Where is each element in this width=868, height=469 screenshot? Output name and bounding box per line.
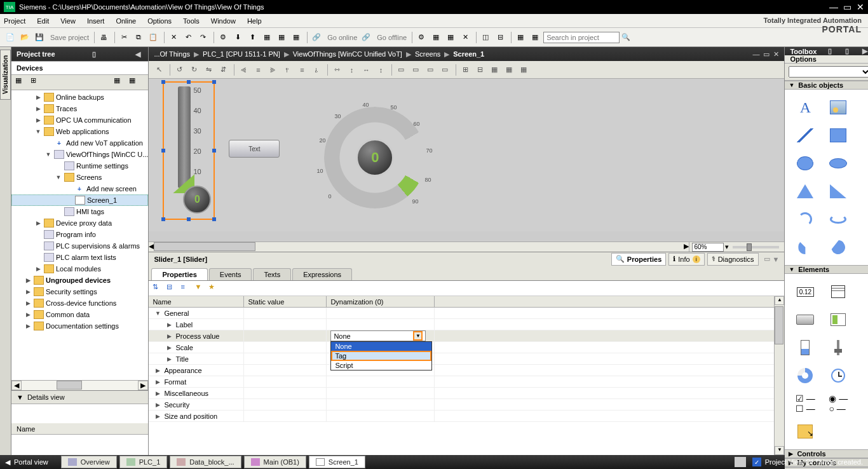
visualization-tab[interactable]: Visualization xyxy=(0,50,11,100)
menu-edit[interactable]: Edit xyxy=(37,17,49,25)
et-order-1[interactable]: ▭ xyxy=(395,64,407,76)
menu-online[interactable]: Online xyxy=(116,17,136,25)
tree-hscroll[interactable]: ◀ ▶ xyxy=(11,380,148,390)
expand-icon[interactable]: ▶ xyxy=(34,105,42,112)
upload-button[interactable]: ⬆ xyxy=(246,31,259,44)
chord-object[interactable] xyxy=(823,234,853,260)
expand-icon[interactable]: ▶ xyxy=(24,277,32,283)
delete-button[interactable]: ✕ xyxy=(167,31,180,44)
prop-row-appearance[interactable]: ▶Appearance xyxy=(149,365,774,376)
zoom-control[interactable]: ▾ xyxy=(689,242,784,252)
props-float-icon[interactable]: ▭ xyxy=(764,255,770,263)
prop-expand-icon[interactable]: ▶ xyxy=(154,379,161,385)
toolbox-filter-select[interactable] xyxy=(789,66,868,78)
prop-row-miscellaneous[interactable]: ▶Miscellaneous xyxy=(149,388,774,399)
tree-item-security-settings[interactable]: ▶Security settings xyxy=(11,286,148,297)
prop-expand-icon[interactable]: ▶ xyxy=(154,413,161,419)
et-dist-v[interactable]: ↕ xyxy=(345,64,358,76)
et-flip-v[interactable]: ⇵ xyxy=(217,64,229,76)
text-object[interactable]: A xyxy=(790,95,820,120)
prop-expand-icon[interactable]: ▶ xyxy=(154,367,161,374)
bc-1[interactable]: PLC_1 [CPU 1511-1 PN] xyxy=(203,50,280,58)
go-offline-icon[interactable]: 🔗 xyxy=(360,31,372,44)
canvas-scroll-thumb[interactable] xyxy=(154,242,255,251)
et-align-r[interactable]: ⫸ xyxy=(266,64,279,76)
et-pointer[interactable]: ↖ xyxy=(153,64,165,76)
close-button[interactable]: ✕ xyxy=(857,2,864,12)
tb-icon-3[interactable]: ▦ xyxy=(290,31,302,44)
expand-icon[interactable]: ▶ xyxy=(24,323,32,329)
menu-project[interactable]: Project xyxy=(4,17,25,25)
tree-item-ungrouped-devices[interactable]: ▶Ungrouped devices xyxy=(11,275,148,286)
expand-icon[interactable]: ▼ xyxy=(44,151,52,158)
tree-item-documentation-settings[interactable]: ▶Documentation settings xyxy=(11,320,148,332)
screen-canvas[interactable]: 5040302010 0 Text 0 0102030405060708090 xyxy=(149,79,784,231)
tree-item-local-modules[interactable]: ▶Local modules xyxy=(11,263,148,275)
tb-icon-5[interactable]: ▦ xyxy=(430,31,442,44)
scroll-right-button[interactable]: ▶ xyxy=(138,381,148,390)
tree-tool-4[interactable]: ▦ xyxy=(129,76,142,89)
pt-sort[interactable]: ⇅ xyxy=(153,283,164,294)
et-align-m[interactable]: ≡ xyxy=(295,64,308,76)
tree-item-add-new-vot-application[interactable]: +Add new VoT application xyxy=(11,137,148,149)
tb-icon-1[interactable]: ▦ xyxy=(261,31,273,44)
editor-close-icon[interactable]: ✕ xyxy=(773,50,779,58)
expand-icon[interactable]: ▶ xyxy=(24,300,32,306)
prop-row-process-value[interactable]: ▶Process valueNone▼NoneTagScript xyxy=(149,330,774,342)
et-misc-3[interactable]: ▦ xyxy=(517,64,530,76)
triangle-object[interactable] xyxy=(790,179,820,204)
subtab-events[interactable]: Events xyxy=(209,268,252,280)
pt-expand[interactable]: ⊟ xyxy=(166,283,178,294)
bc-2[interactable]: ViewOfThings [WinCC Unified VoT] xyxy=(293,50,402,58)
prop-expand-icon[interactable]: ▶ xyxy=(165,356,173,362)
properties-tab-button[interactable]: 🔍Properties xyxy=(611,253,666,266)
canvas-scrollbar[interactable]: ◀ ▶ ▾ xyxy=(149,241,784,252)
et-same-h[interactable]: ↕ xyxy=(374,64,387,76)
save-label[interactable]: Save project xyxy=(50,34,89,41)
bc-3[interactable]: Screens xyxy=(415,50,440,58)
et-dist-h[interactable]: ⇿ xyxy=(330,64,343,76)
basic-objects-header[interactable]: ▼Basic objects xyxy=(785,81,868,90)
prop-row-scale[interactable]: ▶Scale xyxy=(149,342,774,353)
prop-expand-icon[interactable]: ▶ xyxy=(154,402,161,408)
clock-element[interactable] xyxy=(823,363,853,388)
checkbox-element[interactable]: ☑ —☐ — xyxy=(790,391,820,416)
prop-row-security[interactable]: ▶Security xyxy=(149,399,774,411)
footer-tab-plc1[interactable]: PLC_1 xyxy=(119,456,168,468)
subtab-properties[interactable]: Properties xyxy=(151,268,207,280)
expand-icon[interactable]: ▶ xyxy=(34,94,42,100)
footer-tab-main[interactable]: Main (OB1) xyxy=(244,456,306,468)
et-order-3[interactable]: ▭ xyxy=(424,64,437,76)
toolbox-pin-icon[interactable]: ▯ xyxy=(845,47,849,55)
menu-tools[interactable]: Tools xyxy=(183,17,200,25)
dyn-option-tag[interactable]: Tag xyxy=(331,351,431,361)
tree-item-web-applications[interactable]: ▼Web applications xyxy=(11,126,148,137)
tree-item-screens[interactable]: ▼Screens xyxy=(11,172,148,183)
split-h-button[interactable]: ◫ xyxy=(479,31,492,44)
props-scroll-up[interactable]: ▲ xyxy=(775,296,784,305)
dynamization-dropdown[interactable]: NoneTagScript xyxy=(330,341,432,370)
expand-icon[interactable]: ▼ xyxy=(55,174,62,180)
search-button[interactable]: 🔍 xyxy=(620,31,632,44)
redo-button[interactable]: ↷ xyxy=(196,31,209,44)
expand-icon[interactable]: ▶ xyxy=(34,117,42,123)
tree-tool-2[interactable]: ⊞ xyxy=(31,76,43,89)
copy-button[interactable]: ⧉ xyxy=(132,31,145,44)
et-align-c[interactable]: ≡ xyxy=(252,64,264,76)
circle-object[interactable] xyxy=(790,151,820,176)
expand-icon[interactable]: ▶ xyxy=(34,220,42,226)
line-object[interactable] xyxy=(790,123,820,148)
info-tab-button[interactable]: ℹInfoi xyxy=(668,253,704,266)
prop-row-size-and-position[interactable]: ▶Size and position xyxy=(149,411,774,422)
props-scroll-down[interactable]: ▼ xyxy=(775,446,784,455)
et-align-b[interactable]: ⫰ xyxy=(310,64,323,76)
button-element[interactable] xyxy=(790,307,820,332)
et-group[interactable]: ⊞ xyxy=(459,64,471,76)
go-online-label[interactable]: Go online xyxy=(327,34,357,41)
tb-icon-6[interactable]: ▦ xyxy=(444,31,457,44)
maximize-button[interactable]: ▭ xyxy=(843,2,851,12)
slider-value[interactable]: 0 xyxy=(183,186,211,214)
menu-insert[interactable]: Insert xyxy=(87,17,105,25)
canvas-scroll-left[interactable]: ◀ xyxy=(149,242,154,252)
menu-options[interactable]: Options xyxy=(147,17,172,25)
